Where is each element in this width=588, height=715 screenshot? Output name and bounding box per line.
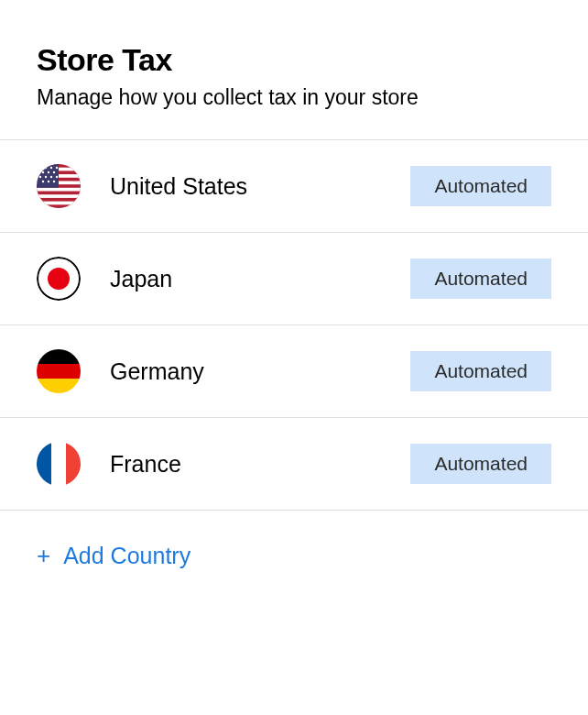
svg-point-13: [48, 171, 49, 173]
svg-point-17: [50, 176, 52, 178]
status-badge[interactable]: Automated: [410, 166, 551, 206]
country-name: France: [110, 451, 410, 478]
svg-point-16: [45, 176, 47, 178]
flag-de-icon: [37, 349, 81, 393]
svg-rect-24: [37, 349, 81, 364]
svg-point-19: [42, 181, 44, 182]
plus-icon: +: [37, 542, 50, 570]
country-name: Germany: [110, 358, 410, 385]
status-badge[interactable]: Automated: [410, 444, 551, 484]
svg-point-23: [48, 268, 70, 290]
svg-rect-5: [37, 194, 81, 198]
status-badge[interactable]: Automated: [410, 351, 551, 391]
svg-point-9: [45, 167, 47, 169]
svg-rect-27: [37, 442, 51, 486]
flag-us-icon: [37, 164, 81, 208]
country-list: United States Automated Japan Automated …: [0, 139, 588, 511]
page-title: Store Tax: [37, 42, 551, 78]
svg-rect-6: [37, 202, 81, 205]
flag-fr-icon: [37, 442, 81, 486]
svg-rect-25: [37, 364, 81, 379]
country-row-fr[interactable]: France Automated: [0, 418, 588, 511]
status-badge[interactable]: Automated: [410, 258, 551, 299]
add-country-label: Add Country: [63, 543, 191, 569]
svg-point-8: [39, 167, 41, 169]
svg-rect-26: [37, 379, 81, 393]
country-name: United States: [110, 173, 410, 200]
svg-point-15: [39, 176, 41, 178]
page-header: Store Tax Manage how you collect tax in …: [0, 42, 588, 139]
svg-point-20: [48, 181, 49, 182]
country-row-us[interactable]: United States Automated: [0, 140, 588, 233]
svg-point-21: [53, 181, 55, 182]
country-row-jp[interactable]: Japan Automated: [0, 233, 588, 325]
svg-rect-28: [51, 442, 66, 486]
svg-point-18: [56, 176, 58, 178]
flag-jp-icon: [37, 257, 81, 301]
country-name: Japan: [110, 266, 410, 292]
svg-point-12: [42, 171, 44, 173]
svg-rect-4: [37, 188, 81, 192]
svg-point-10: [50, 167, 52, 169]
country-row-de[interactable]: Germany Automated: [0, 325, 588, 418]
svg-point-14: [53, 171, 55, 173]
svg-point-11: [56, 167, 58, 169]
svg-rect-29: [66, 442, 81, 486]
page-subtitle: Manage how you collect tax in your store: [37, 85, 551, 110]
add-country-button[interactable]: + Add Country: [0, 511, 588, 601]
